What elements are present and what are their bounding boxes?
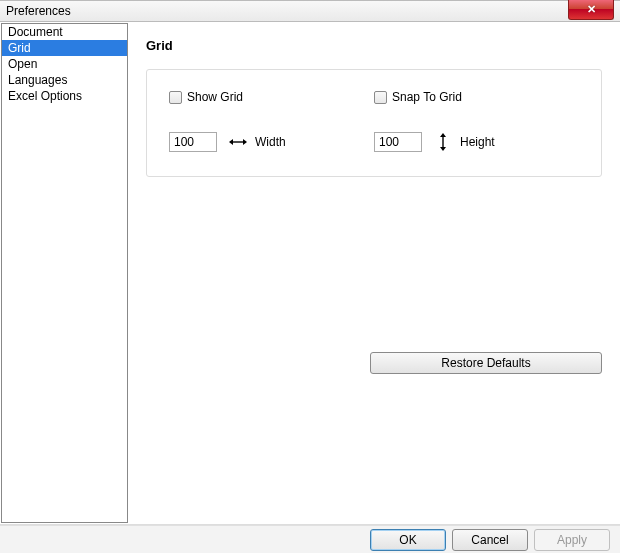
show-grid-checkbox[interactable]: [169, 91, 182, 104]
sidebar-item-languages[interactable]: Languages: [2, 72, 127, 88]
show-grid-label: Show Grid: [187, 90, 243, 104]
ok-button[interactable]: OK: [370, 529, 446, 551]
show-grid-option[interactable]: Show Grid: [169, 90, 374, 104]
title-bar: Preferences ✕: [0, 0, 620, 22]
horizontal-arrow-icon: [229, 137, 247, 147]
sidebar-item-excel-options[interactable]: Excel Options: [2, 88, 127, 104]
width-input[interactable]: [169, 132, 217, 152]
sidebar-item-label: Document: [8, 25, 63, 39]
apply-button[interactable]: Apply: [534, 529, 610, 551]
main-panel: Grid Show Grid Snap To Grid Wi: [128, 22, 620, 524]
sidebar-item-document[interactable]: Document: [2, 24, 127, 40]
sidebar-item-label: Grid: [8, 41, 31, 55]
window-title: Preferences: [6, 4, 71, 18]
svg-marker-1: [229, 139, 233, 145]
sidebar-item-label: Excel Options: [8, 89, 82, 103]
category-sidebar: Document Grid Open Languages Excel Optio…: [1, 23, 128, 523]
content-area: Document Grid Open Languages Excel Optio…: [0, 22, 620, 525]
snap-to-grid-label: Snap To Grid: [392, 90, 462, 104]
height-input[interactable]: [374, 132, 422, 152]
close-button[interactable]: ✕: [568, 0, 614, 20]
sidebar-item-label: Open: [8, 57, 37, 71]
sidebar-item-open[interactable]: Open: [2, 56, 127, 72]
dialog-footer: OK Cancel Apply: [0, 525, 620, 553]
grid-settings-group: Show Grid Snap To Grid Width: [146, 69, 602, 177]
svg-marker-2: [243, 139, 247, 145]
snap-to-grid-option[interactable]: Snap To Grid: [374, 90, 579, 104]
sidebar-item-grid[interactable]: Grid: [2, 40, 127, 56]
restore-defaults-button[interactable]: Restore Defaults: [370, 352, 602, 374]
svg-marker-4: [440, 133, 446, 137]
width-label: Width: [255, 135, 286, 149]
snap-to-grid-checkbox[interactable]: [374, 91, 387, 104]
vertical-arrow-icon: [434, 133, 452, 151]
page-title: Grid: [146, 38, 602, 53]
sidebar-item-label: Languages: [8, 73, 67, 87]
cancel-button[interactable]: Cancel: [452, 529, 528, 551]
close-icon: ✕: [587, 3, 596, 16]
svg-marker-5: [440, 147, 446, 151]
height-label: Height: [460, 135, 495, 149]
